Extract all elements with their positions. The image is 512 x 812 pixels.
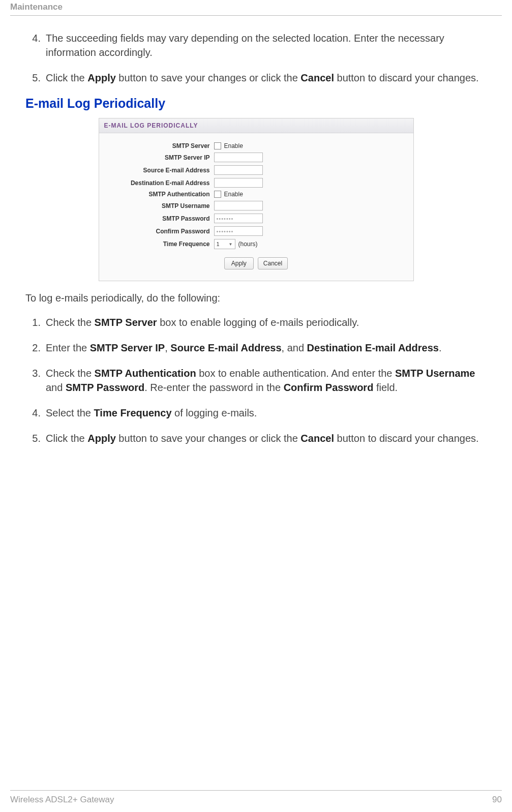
dest-email-label: Destination E-mail Address xyxy=(103,179,214,187)
intro-line: To log e-mails periodically, do the foll… xyxy=(25,292,487,304)
list-text: Check the SMTP Server box to enable logg… xyxy=(46,317,359,328)
smtp-username-label: SMTP Username xyxy=(103,202,214,209)
cancel-button[interactable]: Cancel xyxy=(258,257,288,269)
smtp-username-input[interactable] xyxy=(214,201,263,210)
footer-left: Wireless ADSL2+ Gateway xyxy=(10,795,114,805)
enable-text: Enable xyxy=(224,142,243,149)
page-footer: Wireless ADSL2+ Gateway 90 xyxy=(10,790,502,805)
list-number: 5. xyxy=(25,431,41,445)
list-number: 3. xyxy=(25,366,41,380)
confirm-password-input[interactable] xyxy=(214,226,263,236)
confirm-password-label: Confirm Password xyxy=(103,228,214,235)
email-log-panel: E-MAIL LOG PERIODICALLY SMTP Server Enab… xyxy=(99,118,414,281)
list-item: 5. Click the Apply button to save your c… xyxy=(38,431,487,445)
enable-text: Enable xyxy=(224,191,243,198)
smtp-server-checkbox[interactable] xyxy=(214,142,221,149)
intro-list: 4. The succeeding fields may vary depend… xyxy=(25,31,487,85)
list-text: Click the Apply button to save your chan… xyxy=(46,433,479,444)
source-email-label: Source E-mail Address xyxy=(103,167,214,174)
list-item: 5. Click the Apply button to save your c… xyxy=(38,71,487,85)
time-freq-value: 1 xyxy=(217,241,220,247)
steps-list: 1. Check the SMTP Server box to enable l… xyxy=(25,315,487,445)
panel-title: E-MAIL LOG PERIODICALLY xyxy=(99,118,413,133)
time-freq-label: Time Frequence xyxy=(103,240,214,248)
dest-email-input[interactable] xyxy=(214,178,263,188)
page-header: Maintenance xyxy=(10,0,502,16)
smtp-password-input[interactable] xyxy=(214,214,263,223)
list-text: Click the Apply button to save your chan… xyxy=(46,72,479,83)
list-text: Enter the SMTP Server IP, Source E-mail … xyxy=(46,342,442,353)
list-item: 4. Select the Time Frequency of logging … xyxy=(38,406,487,420)
list-text: The succeeding fields may vary depending… xyxy=(46,33,444,58)
footer-page-number: 90 xyxy=(492,795,502,805)
smtp-auth-checkbox[interactable] xyxy=(214,191,221,198)
time-freq-unit: (hours) xyxy=(238,240,258,248)
smtp-auth-label: SMTP Authentication xyxy=(103,191,214,198)
smtp-server-label: SMTP Server xyxy=(103,142,214,149)
smtp-server-ip-input[interactable] xyxy=(214,153,263,162)
list-item: 3. Check the SMTP Authentication box to … xyxy=(38,366,487,395)
list-number: 4. xyxy=(25,31,41,45)
apply-button[interactable]: Apply xyxy=(224,257,254,269)
chevron-down-icon: ▼ xyxy=(229,242,233,247)
smtp-password-label: SMTP Password xyxy=(103,215,214,222)
source-email-input[interactable] xyxy=(214,165,263,175)
list-item: 1. Check the SMTP Server box to enable l… xyxy=(38,315,487,329)
list-number: 2. xyxy=(25,341,41,355)
time-freq-select[interactable]: 1 ▼ xyxy=(214,239,235,249)
list-item: 4. The succeeding fields may vary depend… xyxy=(38,31,487,59)
list-item: 2. Enter the SMTP Server IP, Source E-ma… xyxy=(38,341,487,355)
section-heading: E-mail Log Periodically xyxy=(25,96,487,111)
list-number: 5. xyxy=(25,71,41,85)
list-number: 4. xyxy=(25,406,41,420)
list-text: Select the Time Frequency of logging e-m… xyxy=(46,407,257,418)
list-text: Check the SMTP Authentication box to ena… xyxy=(46,368,475,393)
smtp-server-ip-label: SMTP Server IP xyxy=(103,154,214,161)
list-number: 1. xyxy=(25,315,41,329)
